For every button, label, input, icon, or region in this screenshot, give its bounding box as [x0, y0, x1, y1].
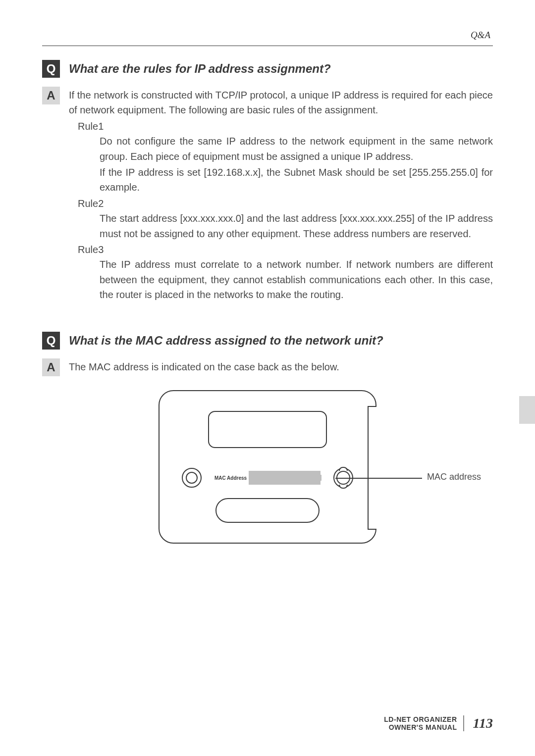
case-bottom-box	[215, 498, 320, 523]
footer-divider	[463, 715, 464, 731]
footer-manual-label: OWNER'S MANUAL	[384, 723, 457, 731]
header-divider	[42, 46, 493, 46]
a-marker-icon: A	[42, 87, 60, 104]
rule2-label: Rule2	[69, 196, 493, 211]
question-2-text: What is the MAC address assigned to the …	[69, 332, 383, 348]
case-notch	[368, 406, 376, 530]
answer-2-content: The MAC address is indicated on the case…	[69, 358, 493, 374]
question-1-text: What are the rules for IP address assign…	[69, 60, 331, 76]
mac-pointer-label: MAC address	[427, 472, 481, 482]
question-1-row: Q What are the rules for IP address assi…	[42, 60, 493, 78]
a-marker-icon: A	[42, 358, 60, 376]
screw-left-icon	[182, 468, 202, 488]
answer-1-content: If the network is constructed with TCP/I…	[69, 87, 493, 303]
q-marker-icon: Q	[42, 332, 60, 350]
rule1-body-1: Do not configure the same IP address to …	[69, 134, 493, 164]
rule2-body: The start address [xxx.xxx.xxx.0] and th…	[69, 211, 493, 241]
case-top-box	[208, 411, 327, 448]
mac-address-label: MAC Address	[214, 475, 247, 481]
header-section-label: Q&A	[42, 30, 493, 41]
page-footer: LD-NET ORGANIZER OWNER'S MANUAL 113	[384, 715, 493, 731]
rule3-body: The IP address must correlate to a netwo…	[69, 257, 493, 302]
answer-1-row: A If the network is constructed with TCP…	[42, 87, 493, 303]
mac-diagram: MAC Address MAC address	[42, 390, 493, 544]
rule3-label: Rule3	[69, 242, 493, 257]
answer-2-text: The MAC address is indicated on the case…	[69, 359, 493, 374]
answer-1-intro: If the network is constructed with TCP/I…	[69, 88, 493, 118]
page-number: 113	[473, 715, 493, 731]
answer-2-row: A The MAC address is indicated on the ca…	[42, 358, 493, 376]
side-tab	[519, 396, 535, 424]
q-marker-icon: Q	[42, 60, 60, 78]
mac-address-slot	[249, 471, 321, 485]
rule1-body-2: If the IP address is set [192.168.x.x], …	[69, 165, 493, 195]
rule1-label: Rule1	[69, 119, 493, 134]
device-case: MAC Address MAC address	[159, 390, 376, 544]
mac-label-group: MAC Address	[214, 471, 321, 485]
case-middle-row: MAC Address	[182, 468, 353, 488]
pointer-line	[335, 478, 422, 479]
footer-product-name: LD-NET ORGANIZER	[384, 715, 457, 723]
question-2-row: Q What is the MAC address assigned to th…	[42, 332, 493, 350]
